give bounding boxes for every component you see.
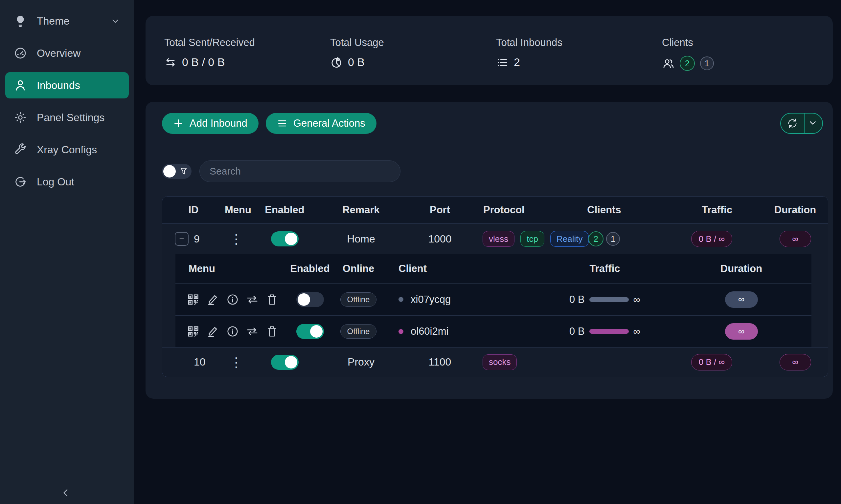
duration-badge: ∞ xyxy=(779,354,811,371)
sidebar-item-label: Overview xyxy=(37,47,81,59)
col-header-traffic: Traffic xyxy=(539,263,670,275)
qr-code-button[interactable] xyxy=(187,325,200,338)
col-header-clients: Clients xyxy=(578,204,631,216)
col-header-menu: Menu xyxy=(175,263,289,275)
theme-selector[interactable]: Theme xyxy=(5,8,129,34)
collapse-row-button[interactable] xyxy=(175,232,189,246)
stat-label: Total Inbounds xyxy=(496,37,662,49)
traffic-progress-bar xyxy=(589,329,629,334)
table-row: 10 ⋮ Proxy 1100 socks 0 B / ∞ ∞ xyxy=(162,347,828,377)
sidebar-item-panel-settings[interactable]: Panel Settings xyxy=(5,104,129,131)
col-header-duration: Duration xyxy=(762,204,828,216)
delete-button[interactable] xyxy=(266,293,278,306)
online-status-badge: Offline xyxy=(340,324,377,339)
toggle-knob xyxy=(285,356,297,368)
col-header-client: Client xyxy=(386,263,539,275)
inbound-enabled-toggle[interactable] xyxy=(271,355,298,370)
refresh-button[interactable] xyxy=(781,113,804,133)
inbound-enabled-toggle[interactable] xyxy=(271,231,298,247)
delete-button[interactable] xyxy=(266,325,278,338)
stat-value: 0 B xyxy=(348,56,365,69)
client-enabled-toggle[interactable] xyxy=(296,292,324,307)
row-menu-button[interactable]: ⋮ xyxy=(225,356,248,369)
toggle-knob xyxy=(298,293,310,306)
stat-sent-received: Total Sent/Received 0 B / 0 B xyxy=(164,37,330,85)
toggle-knob xyxy=(285,233,297,245)
sidebar-collapse-button[interactable] xyxy=(56,484,75,502)
refresh-options-button[interactable] xyxy=(804,113,822,133)
inbound-remark: Proxy xyxy=(322,356,400,368)
traffic-badge: 0 B / ∞ xyxy=(691,354,732,371)
client-row: Offline xi07ycqg 0 B ∞ ∞ xyxy=(175,284,811,315)
client-row: Offline ol60i2mi 0 B ∞ ∞ xyxy=(175,315,811,347)
client-enabled-toggle[interactable] xyxy=(296,324,324,339)
refresh-split-button xyxy=(780,113,823,134)
theme-label: Theme xyxy=(37,15,70,27)
inbounds-card: Add Inbound General Actions xyxy=(145,102,833,399)
person-icon xyxy=(14,79,27,92)
info-button[interactable] xyxy=(226,325,239,338)
search-input[interactable] xyxy=(200,160,400,182)
col-header-online: Online xyxy=(330,263,386,275)
sidebar-item-logout[interactable]: Log Out xyxy=(5,169,129,195)
inbound-port: 1000 xyxy=(400,233,479,245)
chevron-down-icon xyxy=(110,16,120,26)
inbound-port: 1100 xyxy=(400,356,479,368)
edit-button[interactable] xyxy=(207,325,219,338)
stat-usage: Total Usage 0 B xyxy=(330,37,496,85)
sidebar: Theme Overview Inbounds Panel Settings xyxy=(0,0,134,504)
reset-traffic-button[interactable] xyxy=(246,325,259,338)
clients-inactive-badge: 1 xyxy=(606,232,620,246)
col-header-protocol: Protocol xyxy=(479,204,578,216)
table-row: 9 ⋮ Home 1000 vless tcp Reality 2 1 xyxy=(162,224,828,254)
toggle-knob xyxy=(163,165,176,178)
stat-label: Total Sent/Received xyxy=(164,37,330,49)
clients-subtable: Menu Enabled Online Client Traffic Durat… xyxy=(175,254,811,347)
duration-badge: ∞ xyxy=(779,231,811,247)
sidebar-item-xray-configs[interactable]: Xray Configs xyxy=(5,137,129,163)
filter-row xyxy=(145,142,833,182)
traffic-used: 0 B xyxy=(569,294,585,305)
edit-button[interactable] xyxy=(207,293,219,306)
stat-inbounds: Total Inbounds 2 xyxy=(496,37,662,85)
traffic-used: 0 B xyxy=(569,325,585,337)
inbounds-table: ID Menu Enabled Remark Port Protocol Cli… xyxy=(162,196,828,377)
general-actions-button[interactable]: General Actions xyxy=(266,113,377,134)
reset-traffic-button[interactable] xyxy=(246,293,259,306)
transport-badge: tcp xyxy=(520,231,544,247)
pie-chart-icon xyxy=(330,56,343,69)
lightbulb-icon xyxy=(14,15,27,28)
sidebar-item-inbounds[interactable]: Inbounds xyxy=(5,72,129,98)
toggle-knob xyxy=(310,325,323,338)
add-inbound-button[interactable]: Add Inbound xyxy=(162,113,259,134)
clients-active-badge: 2 xyxy=(588,231,603,247)
filter-toggle[interactable] xyxy=(162,164,191,179)
stat-value: 0 B / 0 B xyxy=(182,56,225,69)
col-header-enabled: Enabled xyxy=(248,204,322,216)
duration-badge: ∞ xyxy=(725,291,758,308)
sidebar-item-label: Inbounds xyxy=(37,79,80,92)
subtable-header: Menu Enabled Online Client Traffic Durat… xyxy=(175,254,811,284)
qr-code-button[interactable] xyxy=(187,293,200,306)
protocol-badge: socks xyxy=(483,354,517,370)
clients-active-badge: 2 xyxy=(680,56,695,71)
online-status-badge: Offline xyxy=(340,292,377,307)
row-menu-button[interactable]: ⋮ xyxy=(225,232,248,246)
col-header-port: Port xyxy=(400,204,479,216)
sidebar-item-overview[interactable]: Overview xyxy=(5,40,129,66)
main-content: Total Sent/Received 0 B / 0 B Total Usag… xyxy=(134,0,833,504)
toolbar: Add Inbound General Actions xyxy=(145,102,833,142)
refresh-icon xyxy=(787,118,798,129)
people-icon xyxy=(662,57,674,70)
gear-icon xyxy=(14,111,27,124)
hamburger-icon xyxy=(277,118,288,129)
col-header-remark: Remark xyxy=(322,204,400,216)
client-status-dot xyxy=(398,297,404,302)
info-button[interactable] xyxy=(226,293,239,306)
funnel-icon xyxy=(179,167,188,176)
stat-label: Clients xyxy=(662,37,828,49)
sidebar-item-label: Log Out xyxy=(37,176,74,188)
traffic-limit: ∞ xyxy=(633,294,640,305)
stat-label: Total Usage xyxy=(330,37,496,49)
col-header-id: ID xyxy=(162,204,225,216)
